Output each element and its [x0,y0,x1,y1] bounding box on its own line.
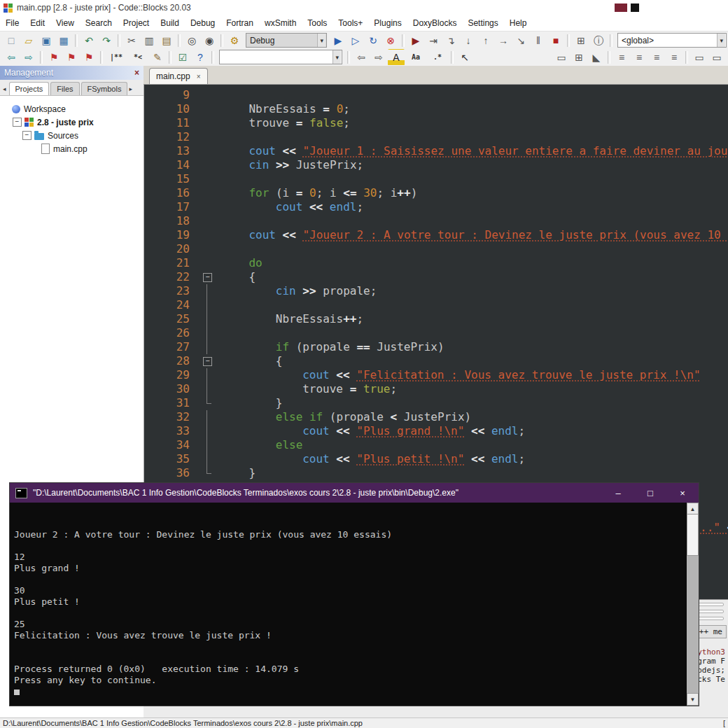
code-line[interactable]: 31} [144,396,728,410]
code-line[interactable]: 14cin >> JustePrix; [144,158,728,172]
code-line[interactable]: 12 [144,130,728,144]
window-titlebar[interactable]: main.cpp [2.8 - juste prix] - Code::Bloc… [0,0,728,15]
code-line[interactable]: 19cout << "Joueur 2 : A votre tour : Dev… [144,228,728,242]
window-split-h-icon[interactable]: ▭ [691,49,708,66]
match-case-icon[interactable]: Aa [405,49,426,66]
code-line[interactable]: 11trouve = false; [144,116,728,130]
replace-icon[interactable]: ◉ [201,32,218,49]
code-line[interactable]: 17cout << endl; [144,200,728,214]
window-split-v-icon[interactable]: ▭ [708,49,725,66]
tab-projects[interactable]: Projects [9,82,50,95]
code-line[interactable]: 23cin >> propale; [144,284,728,298]
code-line[interactable]: 21do [144,256,728,270]
tab-main-cpp[interactable]: main.cpp × [149,68,208,84]
close-icon[interactable]: × [134,68,139,78]
menu-debug[interactable]: Debug [185,16,220,30]
expander-icon[interactable]: − [13,118,22,127]
scrollbar-thumb[interactable] [687,514,699,556]
code-line[interactable]: 10NbreEssais = 0; [144,102,728,116]
code-line[interactable]: 33cout << "Plus grand !\n" << endl; [144,424,728,438]
redo-icon[interactable]: ↷ [98,32,115,49]
stop-debugger-icon[interactable]: ■ [547,32,564,49]
bookmark-toggle-icon[interactable]: ⚑ [63,49,80,66]
code-line[interactable]: 24 [144,298,728,312]
dropdown-arrow-icon[interactable]: ▾ [717,34,725,47]
tree-item-project[interactable]: −2.8 - juste prix [0,115,144,129]
code-line[interactable]: 26 [144,326,728,340]
new-file-icon[interactable]: □ [3,32,20,49]
cut-icon[interactable]: ✂ [123,32,140,49]
code-line[interactable]: 34else [144,438,728,452]
close-tab-icon[interactable]: × [197,73,201,80]
pointer-tool-icon[interactable]: ↖ [456,49,473,66]
menu-tools-[interactable]: Tools+ [332,16,368,30]
menu-plugins[interactable]: Plugins [368,16,407,30]
code-line[interactable]: 25NbreEssais++; [144,312,728,326]
break-debugger-icon[interactable]: ‖ [530,32,547,49]
build-target-select[interactable]: Debug▾ [246,33,327,48]
code-line[interactable]: 27if (propale == JustePrix) [144,340,728,354]
doxy-help-icon[interactable]: ? [192,49,209,66]
nav-forward-icon[interactable]: ⇨ [20,49,37,66]
code-line[interactable]: 15 [144,172,728,186]
menu-settings[interactable]: Settings [462,16,503,30]
scroll-down-icon[interactable]: ▼ [687,693,699,706]
doxy-extract-icon[interactable]: ☑ [174,49,191,66]
search-next-icon[interactable]: ⇨ [370,49,387,66]
run-to-cursor-icon[interactable]: ⇥ [425,32,442,49]
tree-item-workspace[interactable]: Workspace [0,102,144,115]
align-justify-icon[interactable]: ≡ [666,49,682,66]
close-button[interactable]: × [666,483,699,503]
code-line[interactable]: 28−{ [144,354,728,368]
code-line[interactable]: 22−{ [144,270,728,284]
fold-collapse-icon[interactable]: − [203,357,212,366]
align-center-icon[interactable]: ≡ [631,49,648,66]
highlight-occurrences-icon[interactable]: A [388,49,405,66]
minimize-button[interactable]: – [602,483,634,503]
management-header[interactable]: Management × [0,66,144,80]
tab-files[interactable]: Files [50,82,79,95]
menu-view[interactable]: View [50,16,80,30]
tabs-scroll-left-icon[interactable]: ◂ [1,83,8,95]
menu-doxyblocks[interactable]: DoxyBlocks [407,16,463,30]
scope-select[interactable]: <global>▾ [617,33,727,48]
menu-project[interactable]: Project [118,16,155,30]
step-into-instruction-icon[interactable]: ↘ [512,32,529,49]
find-icon[interactable]: ◎ [183,32,200,49]
expander-icon[interactable]: − [22,131,31,140]
maximize-button[interactable]: □ [634,483,666,503]
build-icon[interactable]: ⚙ [226,32,243,49]
debug-continue-icon[interactable]: ▶ [407,32,424,49]
doxy-block-comment-icon[interactable]: |** [106,49,127,66]
bookmark-prev-icon[interactable]: ⚑ [46,49,62,66]
wxsmith-diagram-icon[interactable]: ◣ [588,49,605,66]
console-window[interactable]: "D:\Laurent\Documents\BAC 1 Info Gestion… [10,483,699,706]
fold-margin[interactable]: − [198,270,216,284]
code-line[interactable]: 20 [144,242,728,256]
save-all-icon[interactable]: ▦ [55,32,72,49]
copy-icon[interactable]: ▥ [141,32,158,49]
align-right-icon[interactable]: ≡ [648,49,665,66]
menu-file[interactable]: File [0,16,24,30]
menu-wxsmith[interactable]: wxSmith [259,16,302,30]
step-into-icon[interactable]: ↓ [460,32,477,49]
console-scrollbar[interactable]: ▲ ▼ [687,503,699,706]
menu-build[interactable]: Build [155,16,185,30]
nav-back-icon[interactable]: ⇦ [3,49,20,66]
code-line[interactable]: 9 [144,88,728,102]
regex-toggle-icon[interactable]: .* [427,49,448,66]
dropdown-arrow-icon[interactable]: ▾ [332,50,341,64]
code-line[interactable]: 13cout << "Joueur 1 : Saisissez une vale… [144,144,728,158]
code-line[interactable]: 29cout << "Felicitation : Vous avez trou… [144,368,728,382]
abort-build-icon[interactable]: ⊗ [382,32,399,49]
tree-item-sources[interactable]: −Sources [0,129,144,142]
rebuild-icon[interactable]: ↻ [365,32,382,49]
menu-search[interactable]: Search [80,16,118,30]
code-line[interactable]: 30trouve = true; [144,382,728,396]
step-out-icon[interactable]: ↑ [477,32,494,49]
next-instruction-icon[interactable]: → [495,32,512,49]
doxy-line-comment-icon[interactable]: *< [127,49,148,66]
tree-item-main-cpp[interactable]: main.cpp [0,142,144,155]
bookmark-next-icon[interactable]: ⚑ [80,49,97,66]
doxy-edit-icon[interactable]: ✎ [149,49,166,66]
